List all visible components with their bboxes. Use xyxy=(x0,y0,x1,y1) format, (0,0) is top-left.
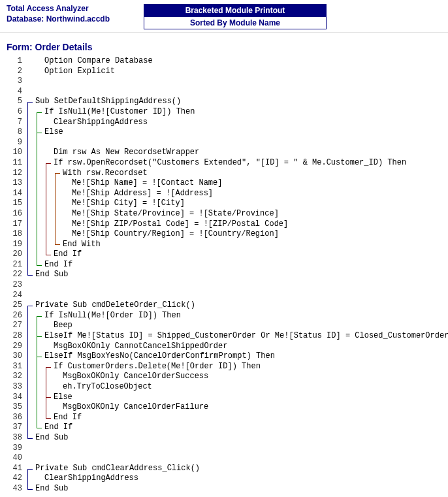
line-number: 42 xyxy=(7,473,25,484)
bracket-gutter xyxy=(25,240,71,250)
bracket-gutter xyxy=(25,87,71,97)
line-number: 6 xyxy=(7,107,25,118)
code-line: 43End Sub xyxy=(7,484,448,494)
line-number: 22 xyxy=(7,270,25,280)
code-line: 5Sub SetDefaultShippingAddress() xyxy=(7,97,448,107)
code-text: ElseIf Me![Status ID] = Shipped_Customer… xyxy=(43,331,448,342)
code-text: Me![Ship ZIP/Postal Code] = ![ZIP/Postal… xyxy=(71,219,288,230)
code-line: 19End With xyxy=(7,240,448,250)
code-line: 24 xyxy=(7,291,448,301)
code-line: 11If rsw.OpenRecordset("Customers Extend… xyxy=(7,158,448,168)
code-line: 17Me![Ship ZIP/Postal Code] = ![ZIP/Post… xyxy=(7,219,448,230)
line-number: 17 xyxy=(7,219,25,230)
section-title: Form: Order Details xyxy=(0,33,448,56)
code-line: 14Me![Ship Address] = ![Address] xyxy=(7,189,448,199)
code-line: 4 xyxy=(7,87,448,97)
code-text: eh.TryToCloseObject xyxy=(61,382,152,393)
header-right: Bracketed Module Printout Sorted By Modu… xyxy=(144,4,327,29)
code-line: 3 xyxy=(7,76,448,87)
code-line: 30ElseIf MsgBoxYesNo(CancelOrderConfirmP… xyxy=(7,351,448,362)
bracket-gutter xyxy=(25,321,71,331)
line-number: 30 xyxy=(7,351,25,362)
bracket-gutter xyxy=(25,118,71,128)
code-text: With rsw.Recordset xyxy=(61,168,148,179)
line-number: 39 xyxy=(7,443,25,454)
line-number: 23 xyxy=(7,280,25,291)
line-number: 26 xyxy=(7,311,25,321)
code-line: 6If IsNull(Me![Customer ID]) Then xyxy=(7,107,448,118)
line-number: 15 xyxy=(7,199,25,209)
bracket-gutter xyxy=(25,453,71,464)
line-number: 4 xyxy=(7,87,25,97)
line-number: 2 xyxy=(7,67,25,77)
line-number: 25 xyxy=(7,300,25,311)
bracket-gutter xyxy=(25,443,71,454)
code-line: 2Option Explicit xyxy=(7,67,448,77)
line-number: 32 xyxy=(7,372,25,382)
report-subtitle: Sorted By Module Name xyxy=(144,17,327,29)
line-number: 28 xyxy=(7,331,25,342)
code-line: 23 xyxy=(7,280,448,291)
bracket-gutter xyxy=(25,148,71,158)
bracket-gutter xyxy=(25,209,71,219)
line-number: 11 xyxy=(7,158,25,168)
bracket-gutter xyxy=(25,189,71,199)
code-line: 25Private Sub cmdDeleteOrder_Click() xyxy=(7,300,448,311)
bracket-gutter xyxy=(25,219,71,230)
bracket-gutter xyxy=(25,402,71,413)
line-number: 18 xyxy=(7,229,25,240)
code-text: Me![Ship Name] = ![Contact Name] xyxy=(71,178,222,189)
code-line: 15Me![Ship City] = ![City] xyxy=(7,199,448,209)
header-left: Total Access Analyzer Database: Northwin… xyxy=(7,4,137,29)
line-number: 13 xyxy=(7,178,25,189)
code-line: 37End If xyxy=(7,423,448,433)
line-number: 27 xyxy=(7,321,25,331)
line-number: 38 xyxy=(7,433,25,443)
code-line: 29MsgBoxOKOnly CannotCancelShippedOrder xyxy=(7,342,448,352)
bracket-gutter xyxy=(25,56,71,67)
code-line: 32MsgBoxOKOnly CancelOrderSuccess xyxy=(7,372,448,382)
line-number: 41 xyxy=(7,464,25,474)
code-text: MsgBoxOKOnly CancelOrderSuccess xyxy=(61,372,208,382)
bracket-gutter xyxy=(25,393,71,403)
code-text: MsgBoxOKOnly CancelOrderFailure xyxy=(61,402,208,413)
line-number: 12 xyxy=(7,168,25,179)
code-text: Me![Ship City] = ![City] xyxy=(71,199,185,209)
line-number: 21 xyxy=(7,260,25,270)
line-number: 3 xyxy=(7,76,25,87)
line-number: 16 xyxy=(7,209,25,219)
bracket-gutter xyxy=(25,199,71,209)
bracket-gutter xyxy=(25,351,71,362)
code-line: 1Option Compare Database xyxy=(7,56,448,67)
bracket-gutter xyxy=(25,464,71,474)
code-text: If CustomerOrders.Delete(Me![Order ID]) … xyxy=(52,362,261,372)
code-line: 35MsgBoxOKOnly CancelOrderFailure xyxy=(7,402,448,413)
bracket-gutter xyxy=(25,331,71,342)
line-number: 40 xyxy=(7,453,25,464)
code-line: 7ClearShippingAddress xyxy=(7,118,448,128)
line-number: 24 xyxy=(7,291,25,301)
bracket-gutter xyxy=(25,342,71,352)
line-number: 36 xyxy=(7,413,25,423)
code-line: 10Dim rsw As New RecordsetWrapper xyxy=(7,148,448,158)
bracket-gutter xyxy=(25,382,71,393)
code-text: Dim rsw As New RecordsetWrapper xyxy=(52,148,199,158)
code-line: 38End Sub xyxy=(7,433,448,443)
line-number: 37 xyxy=(7,423,25,433)
code-line: 27Beep xyxy=(7,321,448,331)
code-line: 12With rsw.Recordset xyxy=(7,168,448,179)
code-text: Me![Ship State/Province] = ![State/Provi… xyxy=(71,209,279,219)
bracket-gutter xyxy=(25,127,71,138)
code-line: 39 xyxy=(7,443,448,454)
bracket-gutter xyxy=(25,97,71,107)
bracket-gutter xyxy=(25,484,71,494)
bracket-gutter xyxy=(25,249,71,260)
bracket-gutter xyxy=(25,178,71,189)
code-line: 31If CustomerOrders.Delete(Me![Order ID]… xyxy=(7,362,448,372)
code-text: ElseIf MsgBoxYesNo(CancelOrderConfirmPro… xyxy=(43,351,275,362)
line-number: 9 xyxy=(7,138,25,148)
bracket-gutter xyxy=(25,229,71,240)
code-line: 20End If xyxy=(7,249,448,260)
code-line: 28ElseIf Me![Status ID] = Shipped_Custom… xyxy=(7,331,448,342)
bracket-gutter xyxy=(25,67,71,77)
